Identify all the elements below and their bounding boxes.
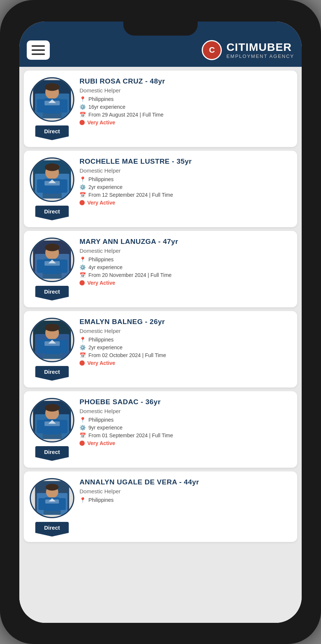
availability-row: 📅 From 20 November 2024 | Full Time bbox=[80, 272, 291, 278]
svg-rect-28 bbox=[37, 260, 43, 273]
active-dot bbox=[80, 441, 85, 446]
availability-text: From 29 August 2024 | Full Time bbox=[88, 112, 163, 118]
phone-frame: C CITIMUBER EMPLOYMENT AGENCY bbox=[0, 0, 321, 644]
candidates-list[interactable]: Direct RUBI ROSA CRUZ - 48yr Domestic He… bbox=[19, 67, 302, 623]
candidate-card[interactable]: Direct ANNALYN UGALE DE VERA - 44yr Dome… bbox=[24, 471, 297, 542]
status-text: Very Active bbox=[87, 120, 115, 125]
status-text: Very Active bbox=[87, 440, 115, 446]
status-row: Very Active bbox=[80, 120, 291, 125]
avatar bbox=[30, 398, 74, 442]
candidate-name: ROCHELLE MAE LUSTRE - 35yr bbox=[80, 157, 291, 166]
experience-text: 4yr experience bbox=[88, 264, 123, 270]
candidate-card[interactable]: Direct EMALYN BALNEG - 26yr Domestic Hel… bbox=[24, 311, 297, 388]
availability-row: 📅 From 12 September 2024 | Full Time bbox=[80, 192, 291, 198]
direct-badge: Direct bbox=[35, 366, 69, 381]
calendar-icon: 📅 bbox=[80, 272, 86, 278]
active-dot bbox=[80, 120, 85, 125]
card-left: Direct bbox=[30, 77, 74, 140]
candidate-card[interactable]: Direct MARY ANN LANUZGA - 47yr Domestic … bbox=[24, 231, 297, 307]
notch bbox=[123, 22, 198, 36]
location-row: 📍 Philippines bbox=[80, 256, 291, 262]
status-row: Very Active bbox=[80, 200, 291, 206]
experience-row: ⚙️ 9yr experience bbox=[80, 425, 291, 431]
avatar bbox=[30, 157, 74, 202]
svg-point-34 bbox=[45, 324, 59, 331]
candidate-role: Domestic Helper bbox=[80, 87, 291, 94]
direct-badge: Direct bbox=[35, 286, 69, 301]
svg-rect-27 bbox=[44, 261, 59, 266]
availability-text: From 01 September 2024 | Full Time bbox=[88, 432, 173, 438]
availability-row: 📅 From 01 September 2024 | Full Time bbox=[80, 432, 291, 438]
status-row: Very Active bbox=[80, 280, 291, 286]
card-right: MARY ANN LANUZGA - 47yr Domestic Helper … bbox=[80, 238, 291, 301]
status-row: Very Active bbox=[80, 360, 291, 366]
svg-rect-58 bbox=[38, 498, 45, 510]
svg-rect-47 bbox=[44, 422, 59, 426]
menu-button[interactable] bbox=[27, 40, 50, 60]
candidate-card[interactable]: Direct ROCHELLE MAE LUSTRE - 35yr Domest… bbox=[24, 151, 297, 227]
location-text: Philippines bbox=[88, 417, 114, 423]
svg-rect-39 bbox=[61, 340, 67, 353]
experience-text: 16yr experience bbox=[88, 104, 126, 110]
location-icon: 📍 bbox=[80, 96, 86, 102]
svg-rect-38 bbox=[37, 340, 43, 353]
svg-rect-19 bbox=[61, 180, 67, 193]
svg-rect-49 bbox=[61, 420, 67, 434]
candidate-role: Domestic Helper bbox=[80, 167, 291, 174]
svg-rect-57 bbox=[45, 499, 59, 503]
svg-rect-7 bbox=[44, 101, 59, 105]
candidate-role: Domestic Helper bbox=[80, 248, 291, 254]
location-text: Philippines bbox=[88, 256, 114, 262]
location-row: 📍 Philippines bbox=[80, 337, 291, 343]
experience-text: 2yr experience bbox=[88, 184, 123, 190]
phone-screen: C CITIMUBER EMPLOYMENT AGENCY bbox=[19, 22, 302, 623]
card-left: Direct bbox=[30, 238, 74, 301]
active-dot bbox=[80, 200, 85, 205]
calendar-icon: 📅 bbox=[80, 352, 86, 358]
experience-text: 9yr experience bbox=[88, 425, 123, 431]
logo-main: CITIMUBER bbox=[226, 41, 294, 53]
location-text: Philippines bbox=[88, 96, 114, 102]
logo-text: CITIMUBER EMPLOYMENT AGENCY bbox=[226, 41, 294, 59]
candidate-role: Domestic Helper bbox=[80, 488, 291, 494]
candidate-name: RUBI ROSA CRUZ - 48yr bbox=[80, 77, 291, 85]
gear-icon: ⚙️ bbox=[80, 344, 86, 350]
svg-rect-18 bbox=[37, 180, 43, 193]
status-text: Very Active bbox=[87, 200, 115, 206]
svg-point-24 bbox=[45, 243, 59, 251]
candidate-card[interactable]: Direct PHOEBE SADAC - 36yr Domestic Help… bbox=[24, 391, 297, 468]
calendar-icon: 📅 bbox=[80, 432, 86, 438]
status-text: Very Active bbox=[87, 280, 115, 286]
gear-icon: ⚙️ bbox=[80, 264, 86, 270]
location-row: 📍 Philippines bbox=[80, 497, 291, 503]
svg-rect-59 bbox=[59, 498, 66, 510]
experience-row: ⚙️ 16yr experience bbox=[80, 104, 291, 110]
active-dot bbox=[80, 280, 85, 285]
card-right: PHOEBE SADAC - 36yr Domestic Helper 📍 Ph… bbox=[80, 398, 291, 461]
avatar bbox=[30, 478, 74, 518]
candidate-name: EMALYN BALNEG - 26yr bbox=[80, 318, 291, 326]
hamburger-line bbox=[32, 45, 45, 47]
svg-point-4 bbox=[45, 83, 59, 91]
experience-text: 2yr experience bbox=[88, 344, 123, 350]
gear-icon: ⚙️ bbox=[80, 104, 86, 110]
active-dot bbox=[80, 360, 85, 366]
availability-row: 📅 From 29 August 2024 | Full Time bbox=[80, 112, 291, 118]
availability-text: From 20 November 2024 | Full Time bbox=[88, 272, 172, 278]
logo-area: C CITIMUBER EMPLOYMENT AGENCY bbox=[202, 40, 294, 60]
svg-rect-48 bbox=[37, 420, 43, 434]
card-left: Direct bbox=[30, 318, 74, 381]
direct-badge: Direct bbox=[35, 446, 69, 461]
avatar bbox=[30, 238, 74, 282]
candidate-card[interactable]: Direct RUBI ROSA CRUZ - 48yr Domestic He… bbox=[24, 71, 297, 147]
experience-row: ⚙️ 2yr experience bbox=[80, 184, 291, 190]
location-text: Philippines bbox=[88, 337, 114, 343]
candidate-name: MARY ANN LANUZGA - 47yr bbox=[80, 238, 291, 246]
card-right: ROCHELLE MAE LUSTRE - 35yr Domestic Help… bbox=[80, 157, 291, 220]
svg-rect-37 bbox=[44, 341, 59, 346]
svg-rect-29 bbox=[61, 260, 67, 273]
availability-row: 📅 From 02 October 2024 | Full Time bbox=[80, 352, 291, 358]
card-right: ANNALYN UGALE DE VERA - 44yr Domestic He… bbox=[80, 478, 291, 537]
card-left: Direct bbox=[30, 478, 74, 537]
candidate-role: Domestic Helper bbox=[80, 328, 291, 334]
